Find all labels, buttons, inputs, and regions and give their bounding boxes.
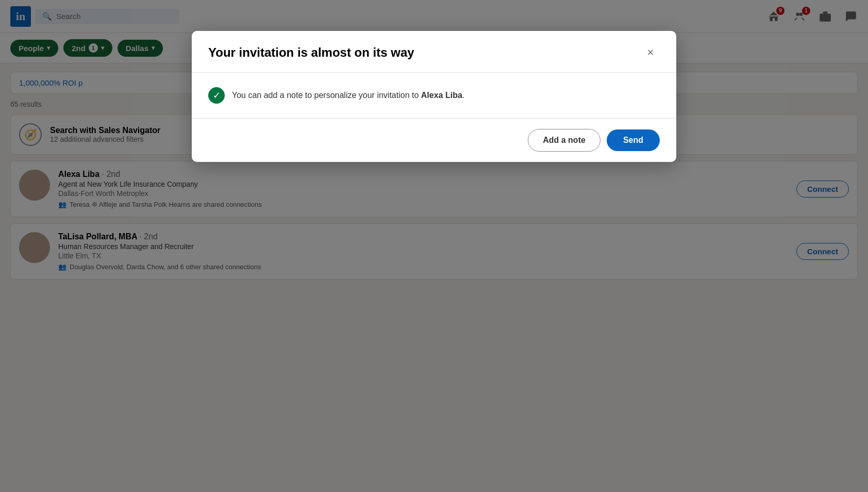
modal-header: Your invitation is almost on its way × [192, 31, 676, 73]
modal-close-button[interactable]: × [641, 43, 660, 62]
modal-body: ✓ You can add a note to personalize your… [192, 73, 676, 119]
modal-overlay: Your invitation is almost on its way × ✓… [0, 0, 868, 492]
invitation-modal: Your invitation is almost on its way × ✓… [192, 31, 676, 162]
modal-title: Your invitation is almost on its way [208, 45, 414, 60]
modal-footer: Add a note Send [192, 119, 676, 162]
send-button[interactable]: Send [607, 129, 660, 151]
modal-message-text: You can add a note to personalize your i… [232, 89, 464, 102]
modal-message: ✓ You can add a note to personalize your… [208, 87, 660, 104]
add-note-button[interactable]: Add a note [528, 129, 600, 152]
check-icon: ✓ [208, 87, 225, 104]
